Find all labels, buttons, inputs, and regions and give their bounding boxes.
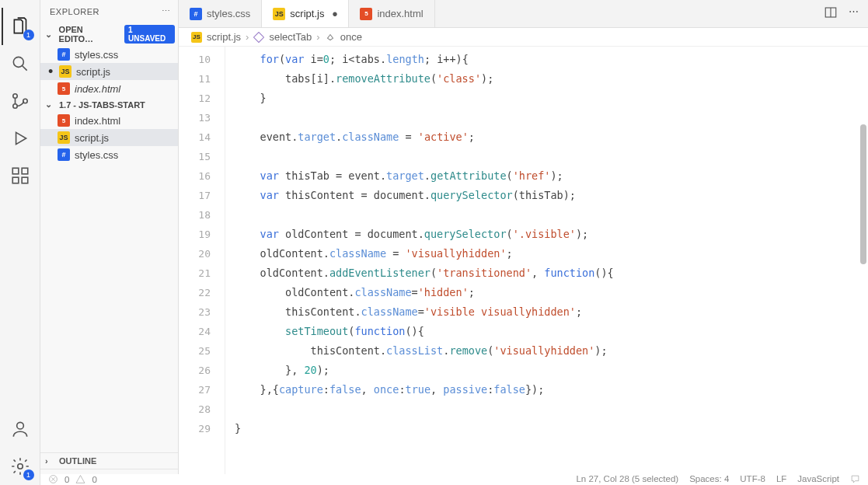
- chevron-down-icon: ⌄: [45, 99, 56, 110]
- code-editor[interactable]: for(var i=0; i<tabs.length; i++){ tabs[i…: [225, 47, 868, 485]
- svg-point-10: [16, 422, 23, 429]
- line-number-gutter: 1011121314151617181920212223242526272829: [179, 47, 225, 485]
- settings-badge: 1: [23, 469, 34, 480]
- outline-header[interactable]: › OUTLINE: [40, 452, 178, 469]
- activity-settings-icon[interactable]: 1: [2, 448, 39, 485]
- sidebar-more-icon[interactable]: ⋯: [162, 6, 171, 16]
- open-editors-header[interactable]: ⌄ OPEN EDITO… 1 UNSAVED: [40, 23, 178, 46]
- project-file-item[interactable]: 5 index.html: [40, 112, 178, 129]
- project-file-item[interactable]: # styles.css: [40, 146, 178, 163]
- js-file-icon: JS: [58, 131, 70, 144]
- tab-label: index.html: [377, 8, 423, 19]
- js-file-icon: JS: [59, 65, 71, 78]
- activity-account-icon[interactable]: [2, 410, 39, 448]
- file-name: index.html: [75, 115, 120, 127]
- project-file-item[interactable]: JS script.js: [40, 129, 178, 146]
- project-header[interactable]: ⌄ 1.7 - JS-TABS-START: [40, 97, 178, 112]
- activity-debug-icon[interactable]: [2, 120, 39, 157]
- html-file-icon: 5: [58, 114, 70, 127]
- file-name: script.js: [75, 132, 109, 144]
- project-files-list: 5 index.html JS script.js # styles.css: [40, 112, 178, 163]
- open-editor-item[interactable]: # styles.css: [40, 46, 178, 63]
- svg-rect-14: [254, 32, 264, 42]
- sidebar-title: EXPLORER: [50, 7, 162, 16]
- svg-rect-9: [22, 177, 28, 183]
- indentation-status[interactable]: Spaces: 4: [689, 474, 729, 485]
- svg-point-11: [17, 464, 23, 469]
- error-count: 0: [64, 475, 69, 484]
- svg-rect-7: [22, 168, 28, 174]
- css-file-icon: #: [190, 8, 202, 20]
- feedback-icon[interactable]: [850, 474, 860, 485]
- method-icon: [253, 32, 264, 43]
- open-editor-item[interactable]: 5 index.html: [40, 80, 178, 97]
- tab-label: styles.css: [207, 8, 250, 19]
- file-name: styles.css: [75, 149, 118, 161]
- error-icon[interactable]: [48, 474, 58, 485]
- scrollbar-thumb[interactable]: [860, 124, 866, 264]
- tab-index-html[interactable]: 5 index.html: [349, 0, 434, 27]
- vertical-scrollbar[interactable]: [859, 47, 868, 485]
- js-file-icon: JS: [191, 32, 202, 43]
- open-editors-label: OPEN EDITO…: [59, 25, 118, 44]
- outline-label: OUTLINE: [59, 456, 96, 466]
- file-name: index.html: [75, 83, 120, 95]
- svg-marker-5: [16, 132, 26, 144]
- eol-status[interactable]: LF: [776, 474, 786, 485]
- open-editors-list: # styles.css • JS script.js 5 index.html: [40, 46, 178, 97]
- js-file-icon: JS: [273, 8, 285, 20]
- activity-extensions-icon[interactable]: [2, 157, 39, 194]
- svg-point-3: [12, 104, 16, 108]
- html-file-icon: 5: [58, 82, 70, 95]
- open-editor-item[interactable]: • JS script.js: [40, 63, 178, 80]
- svg-rect-6: [12, 168, 19, 174]
- tab-label: script.js: [290, 8, 324, 19]
- svg-rect-8: [12, 177, 19, 183]
- chevron-right-icon: ›: [45, 456, 56, 466]
- encoding-status[interactable]: UTF-8: [740, 474, 765, 485]
- breadcrumb-separator-icon: ›: [246, 31, 249, 43]
- property-icon: [325, 32, 336, 43]
- warning-icon[interactable]: [75, 474, 85, 485]
- activity-search-icon[interactable]: [2, 45, 39, 82]
- css-file-icon: #: [58, 148, 70, 161]
- breadcrumb-symbol[interactable]: once: [340, 31, 362, 43]
- svg-point-2: [12, 94, 16, 98]
- explorer-badge: 1: [23, 30, 34, 40]
- file-name: script.js: [76, 66, 110, 78]
- css-file-icon: #: [58, 48, 70, 61]
- warning-count: 0: [92, 475, 96, 484]
- breadcrumb-symbol[interactable]: selectTab: [269, 31, 312, 43]
- breadcrumb-file[interactable]: script.js: [207, 31, 241, 43]
- chevron-down-icon: ⌄: [45, 30, 56, 40]
- activity-scm-icon[interactable]: [2, 82, 39, 120]
- tab-script-js[interactable]: JS script.js •: [262, 0, 349, 27]
- file-name: styles.css: [75, 49, 118, 61]
- project-label: 1.7 - JS-TABS-START: [59, 100, 145, 110]
- language-status[interactable]: JavaScript: [797, 474, 839, 485]
- cursor-position[interactable]: Ln 27, Col 28 (5 selected): [576, 474, 678, 485]
- activity-explorer-icon[interactable]: 1: [2, 8, 39, 45]
- svg-line-1: [22, 66, 26, 71]
- tab-styles-css[interactable]: # styles.css: [179, 0, 262, 27]
- breadcrumb-separator-icon: ›: [316, 31, 319, 43]
- html-file-icon: 5: [360, 8, 372, 20]
- svg-point-0: [13, 57, 23, 67]
- more-actions-icon[interactable]: ⋯: [849, 5, 859, 22]
- split-editor-icon[interactable]: [824, 5, 838, 22]
- unsaved-badge: 1 UNSAVED: [124, 25, 175, 44]
